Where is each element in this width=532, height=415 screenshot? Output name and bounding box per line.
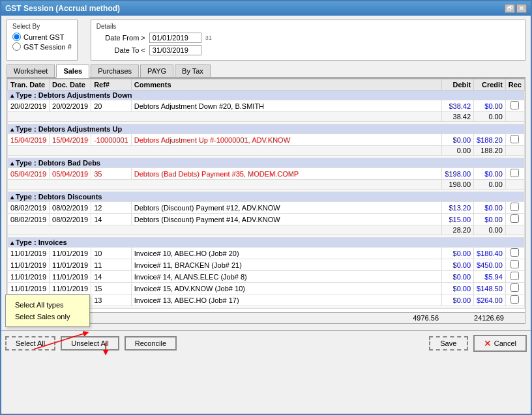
rec-checkbox[interactable] xyxy=(510,101,519,109)
rec-checkbox[interactable] xyxy=(510,169,519,177)
save-button[interactable]: Save xyxy=(429,336,468,351)
ref-cell: 11 xyxy=(91,259,132,271)
window-title: GST Session (Accrual method) xyxy=(5,4,120,13)
cancel-button[interactable]: ✕ Cancel xyxy=(473,335,527,352)
comments-cell: Debtors Adjustment Down #20, B.SMITH xyxy=(131,100,442,112)
rec-checkbox-cell[interactable] xyxy=(505,134,524,146)
select-all-button[interactable]: Select All xyxy=(5,336,55,351)
select-all-types-item[interactable]: Select All types xyxy=(12,299,83,311)
select-by-label: Select By xyxy=(12,23,72,30)
unselect-all-button[interactable]: Unselect All xyxy=(61,336,119,351)
select-sales-only-item[interactable]: Select Sales only xyxy=(12,311,83,322)
date-from-limit: 31 xyxy=(205,35,212,41)
col-tran-date: Tran. Date xyxy=(8,79,50,91)
restore-button[interactable]: 🗗 xyxy=(505,4,515,13)
subtotal-row: 0.00 188.20 xyxy=(8,146,525,156)
current-gst-label: Current GST xyxy=(23,33,64,41)
table-row: 11/01/2019 11/01/2019 10 Invoice# 10, AB… xyxy=(8,248,525,259)
reconcile-button[interactable]: Reconcile xyxy=(125,336,177,351)
close-button[interactable]: ✕ xyxy=(516,4,527,13)
comments-cell: Debtors (Discount) Payment #14, ADV.KNOW xyxy=(131,214,442,225)
doc-date-cell: 11/01/2019 xyxy=(50,259,91,271)
comments-cell: Debtors (Discount) Payment #12, ADV.KNOW xyxy=(131,202,442,214)
tab-purchases[interactable]: Purchases xyxy=(91,64,139,77)
rec-checkbox[interactable] xyxy=(510,283,519,292)
credit-cell: $450.00 xyxy=(474,259,506,271)
doc-date-cell: 08/02/2019 xyxy=(50,214,91,225)
debit-cell: $0.00 xyxy=(442,283,474,294)
title-bar: GST Session (Accrual method) 🗗 ✕ xyxy=(1,1,531,16)
date-to-input[interactable]: 31/03/2019 xyxy=(149,45,201,55)
rec-checkbox[interactable] xyxy=(510,135,519,143)
rec-checkbox-cell[interactable] xyxy=(505,100,524,112)
rec-checkbox-cell[interactable] xyxy=(505,168,524,180)
doc-date-cell: 11/01/2019 xyxy=(50,283,91,294)
table-row: 11/01/2019 11/01/2019 11 Invoice# 11, BR… xyxy=(8,259,525,271)
rec-checkbox[interactable] xyxy=(510,295,519,304)
tab-payg[interactable]: PAYG xyxy=(140,64,173,77)
type-header-row: ▴Type : Debtors Adjustments Up xyxy=(8,124,525,134)
rec-checkbox-cell[interactable] xyxy=(505,214,524,225)
credit-cell: $0.00 xyxy=(474,100,506,112)
doc-date-cell: 20/02/2019 xyxy=(50,100,91,112)
col-debit: Debit xyxy=(442,79,474,91)
main-content: Select By Current GST GST Session # Deta… xyxy=(1,16,531,328)
type-label: ▴Type : Invoices xyxy=(8,238,525,248)
rec-checkbox-cell[interactable] xyxy=(505,283,524,294)
ref-cell: 13 xyxy=(91,294,132,306)
tab-bar: Worksheet Sales Purchases PAYG By Tax xyxy=(7,64,525,78)
rec-checkbox[interactable] xyxy=(510,260,519,268)
tab-sales[interactable]: Sales xyxy=(56,64,89,78)
comments-cell: Invoice# 10, ABEC.HO (Job# 20) xyxy=(131,248,442,259)
rec-checkbox-cell[interactable] xyxy=(505,202,524,214)
tab-bytax[interactable]: By Tax xyxy=(175,64,211,77)
comments-cell: Invoice# 14, ALANS.ELEC (Job# 8) xyxy=(131,271,442,283)
tran-date-cell: 15/04/2019 xyxy=(8,134,50,146)
rec-checkbox-cell[interactable] xyxy=(505,271,524,283)
details-group: Details Date From > 01/01/2019 31 Date T… xyxy=(91,20,525,61)
rec-checkbox-cell[interactable] xyxy=(505,259,524,271)
data-table: Tran. Date Doc. Date Ref# Comments Debit… xyxy=(7,79,525,309)
top-section: Select By Current GST GST Session # Deta… xyxy=(7,20,525,61)
tran-date-cell: 08/02/2019 xyxy=(8,214,50,225)
ref-cell: 15 xyxy=(91,283,132,294)
comments-cell: Invoice# 11, BRACKEN (Job# 21) xyxy=(131,259,442,271)
col-ref: Ref# xyxy=(91,79,132,91)
debit-cell: $0.00 xyxy=(442,294,474,306)
grand-total-credit: 24126.69 xyxy=(452,314,504,322)
credit-cell: $264.00 xyxy=(474,294,506,306)
tran-date-cell: 05/04/2019 xyxy=(8,168,50,180)
current-gst-radio[interactable] xyxy=(12,33,21,41)
tab-worksheet[interactable]: Worksheet xyxy=(7,64,55,77)
rec-checkbox-cell[interactable] xyxy=(505,294,524,306)
subtotal-debit: 28.20 xyxy=(442,225,474,235)
doc-date-cell: 08/02/2019 xyxy=(50,202,91,214)
title-bar-buttons: 🗗 ✕ xyxy=(505,4,527,13)
comments-cell: Invoice# 13, ABEC.HO (Job# 17) xyxy=(131,294,442,306)
table-row: 11/01/2019 11/01/2019 15 Invoice# 15, AD… xyxy=(8,283,525,294)
rec-checkbox-cell[interactable] xyxy=(505,248,524,259)
rec-checkbox[interactable] xyxy=(510,248,519,257)
table-row: 11/01/2019 11/01/2019 14 Invoice# 14, AL… xyxy=(8,271,525,283)
date-to-row: Date To < 31/03/2019 xyxy=(96,45,520,55)
subtotal-row: 28.20 0.00 xyxy=(8,225,525,235)
rec-checkbox[interactable] xyxy=(510,272,519,280)
type-header-row: ▴Type : Debtors Adjustments Down xyxy=(8,91,525,100)
comments-cell: Invoice# 15, ADV.KNOW (Job# 10) xyxy=(131,283,442,294)
credit-cell: $180.40 xyxy=(474,248,506,259)
debit-cell: $0.00 xyxy=(442,271,474,283)
rec-checkbox[interactable] xyxy=(510,214,519,223)
rec-checkbox[interactable] xyxy=(510,203,519,211)
type-header-row: ▴Type : Debtors Discounts xyxy=(8,192,525,202)
subtotal-row: 38.42 0.00 xyxy=(8,112,525,122)
ref-cell: 20 xyxy=(91,100,132,112)
date-from-label: Date From > xyxy=(96,34,145,42)
ref-cell: 35 xyxy=(91,168,132,180)
current-gst-row: Current GST xyxy=(12,33,72,41)
type-label: ▴Type : Debtors Adjustments Up xyxy=(8,124,525,134)
gst-session-radio[interactable] xyxy=(12,42,21,51)
date-from-input[interactable]: 01/01/2019 xyxy=(149,33,201,43)
date-to-label: Date To < xyxy=(96,46,145,54)
debit-cell: $13.20 xyxy=(442,202,474,214)
subtotal-credit: 188.20 xyxy=(474,146,506,156)
